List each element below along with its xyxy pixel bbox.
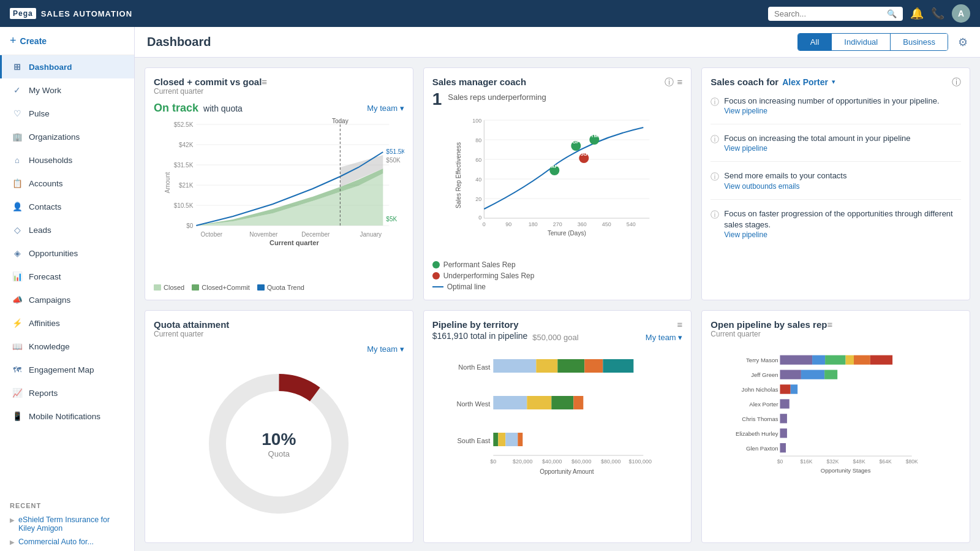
card2-legend: Performant Sales Rep Underperforming Sal… [432,260,683,291]
svg-text:180: 180 [528,221,537,227]
info-icon-3: ⓘ [710,172,719,190]
card4-my-team-button[interactable]: My team ▾ [367,344,404,354]
recent-item-label: eShield Term Insurance for Kiley Amigon [18,515,124,533]
organizations-icon: 🏢 [12,131,23,142]
view-pipeline-link-1[interactable]: View pipeline [724,107,939,115]
card6-menu-icon[interactable]: ≡ [827,319,832,330]
recent-item[interactable]: ▶ Commercial Auto for... [10,535,124,549]
recent-item[interactable]: ▶ eShield Term Insurance for Kiley Amigo… [10,513,124,535]
main-content: Dashboard All Individual Business ⚙ Clos… [135,27,980,551]
svg-text:20: 20 [475,196,481,202]
sidebar-item-mywork[interactable]: ✓ My Work [0,78,134,102]
sidebar-item-label: Knowledge [29,342,70,351]
svg-text:80: 80 [475,137,481,143]
rep-bars: Terry Mason Jeff Green John Nicholas Ale… [710,349,961,534]
avatar[interactable]: A [952,4,970,23]
search-bar[interactable]: 🔍 [768,7,903,21]
search-input[interactable] [774,9,883,18]
svg-rect-68 [551,396,573,409]
settings-button[interactable]: ⚙ [958,36,968,49]
mywork-icon: ✓ [12,85,23,96]
sidebar-item-opportunities[interactable]: ◈ Opportunities [0,241,134,265]
territory-bars: North East North West South East [432,348,683,534]
sidebar-item-pulse[interactable]: ♡ Pulse [0,102,134,125]
coach-name[interactable]: Alex Porter [782,77,828,87]
card2-menu-icon[interactable]: ≡ [677,77,683,88]
card-sales-coach: Sales coach for Alex Porter ▾ ⓘ ⓘ Focus … [701,67,970,300]
svg-text:0: 0 [478,215,481,221]
top-navigation: Pega SALES AUTOMATION 🔍 🔔 📞 A [0,0,980,27]
sidebar-item-mobile-notifications[interactable]: 📱 Mobile Notifications [0,405,134,428]
card1-menu-icon[interactable]: ≡ [262,77,267,87]
alert-button[interactable]: 🔔 [910,7,924,20]
svg-text:Today: Today [332,118,349,124]
closed-commit-chart: $52.5K $42K $31.5K $21K $10.5K $0 [154,118,404,247]
svg-text:Current quarter: Current quarter [270,239,319,246]
view-outbounds-link[interactable]: View outbounds emails [724,182,846,191]
svg-text:John Nicholas: John Nicholas [742,386,778,393]
svg-rect-100 [780,399,790,408]
mobile-notifications-icon: 📱 [12,411,23,422]
tab-business[interactable]: Business [891,34,948,50]
tab-all[interactable]: All [798,34,832,50]
view-pipeline-link-3[interactable]: View pipeline [724,230,961,239]
scatter-chart: 100 80 60 40 20 0 0 90 180 270 360 450 5… [432,114,683,237]
card5-menu-icon[interactable]: ≡ [677,319,683,330]
svg-rect-69 [573,396,583,409]
svg-rect-70 [493,433,498,446]
sidebar-item-organizations[interactable]: 🏢 Organizations [0,125,134,148]
sidebar-item-reports[interactable]: 📈 Reports [0,381,134,405]
svg-text:$48K: $48K [853,458,865,465]
sidebar-item-affinities[interactable]: ⚡ Affinities [0,311,134,335]
svg-rect-98 [780,384,791,393]
svg-text:November: November [249,231,278,238]
svg-rect-92 [846,355,854,365]
coach-for: Sales coach for Alex Porter ▾ [710,77,835,87]
svg-text:December: December [301,231,330,238]
card3-info-icon[interactable]: ⓘ [952,77,961,88]
logo-area: Pega SALES AUTOMATION [10,8,132,19]
sidebar-item-accounts[interactable]: 📋 Accounts [0,172,134,195]
svg-text:$0: $0 [777,458,783,465]
sidebar-item-label: Engagement Map [29,365,94,374]
svg-rect-94 [870,355,892,365]
optimal-label: Optimal line [447,283,486,291]
recent-item-label: Commercial Auto for... [18,538,94,546]
sidebar-item-forecast[interactable]: 📊 Forecast [0,265,134,288]
sidebar-item-households[interactable]: ⌂ Households [0,148,134,172]
svg-rect-99 [791,384,797,393]
coach-item-3: ⓘ Send more emails to your contacts View… [710,170,961,199]
tab-group: All Individual Business [797,33,948,51]
recent-arrow-icon: ▶ [10,517,15,523]
contacts-icon: 👤 [12,201,23,212]
svg-text:Alex Porter: Alex Porter [750,401,779,408]
create-button[interactable]: + Create [0,27,134,55]
sidebar-item-dashboard[interactable]: ⊞ Dashboard [0,55,134,78]
sidebar-item-contacts[interactable]: 👤 Contacts [0,195,134,218]
sidebar-item-leads[interactable]: ◇ Leads [0,218,134,241]
tab-individual[interactable]: Individual [832,34,891,50]
card2-info-icon[interactable]: ⓘ [665,77,674,88]
svg-text:$42K: $42K [179,142,194,148]
svg-text:$64K: $64K [880,458,892,465]
card1-header: Closed + commit vs goal Current quarter … [154,77,404,101]
svg-rect-67 [527,396,551,409]
svg-rect-93 [854,355,870,365]
phone-button[interactable]: 📞 [931,7,944,20]
coach-text-3: Send more emails to your contacts [724,170,846,181]
coach-item-2: ⓘ Focus on increasing the total amount i… [710,133,961,162]
reports-icon: 📈 [12,387,23,398]
legend-closed: Closed [154,284,184,291]
sidebar-item-campaigns[interactable]: 📣 Campaigns [0,288,134,311]
donut-sublabel: Quota [262,449,296,458]
svg-text:$52.5K: $52.5K [174,121,194,128]
sidebar-item-knowledge[interactable]: 📖 Knowledge [0,335,134,358]
view-pipeline-link-2[interactable]: View pipeline [724,144,910,153]
card5-my-team-button[interactable]: My team ▾ [646,333,682,342]
my-team-button[interactable]: My team ▾ [367,104,404,113]
card1-title: Closed + commit vs goal [154,77,262,87]
card1-chart: $52.5K $42K $31.5K $21K $10.5K $0 [154,118,404,279]
sidebar-item-engagement-map[interactable]: 🗺 Engagement Map [0,358,134,381]
coach-text-4: Focus on faster progression of the oppor… [724,208,961,230]
sidebar-item-label: Mobile Notifications [29,412,100,421]
